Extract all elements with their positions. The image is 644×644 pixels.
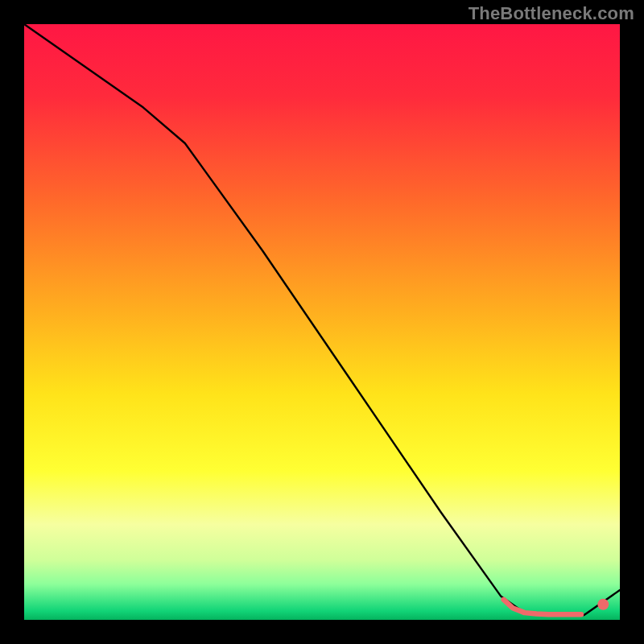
chart-stage: TheBottleneck.com [0,0,644,644]
chart-lines [24,24,620,620]
plot-area [24,24,620,620]
curve-line [24,24,620,615]
end-dot [597,599,609,610]
flat-highlight-line [504,600,581,615]
watermark-label: TheBottleneck.com [469,3,634,24]
